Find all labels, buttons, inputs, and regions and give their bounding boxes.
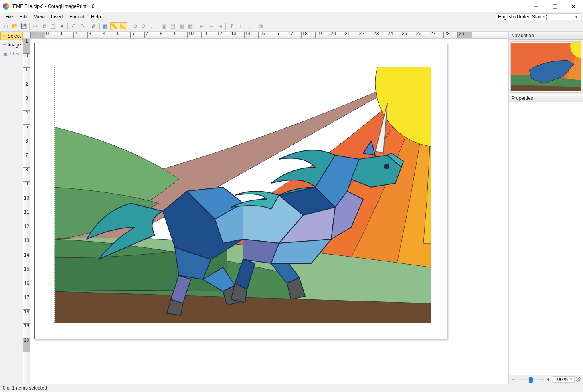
artwork-selection[interactable] <box>54 67 431 323</box>
vruler-tick: 7 <box>23 153 30 167</box>
vruler-tick: 18 <box>23 309 30 324</box>
align-left-button[interactable]: ⇤ <box>198 22 206 30</box>
toolbar: □📂💾✂⧉📋✕↶↷🖶▦📏📐⟲⟳⟀▣▤▥▦⇤↔⇥⤒↕⤓⧉ <box>0 21 583 32</box>
chevron-down-icon: ▼ <box>575 15 578 19</box>
properties-panel-body <box>509 102 583 375</box>
vruler-tick: 13 <box>23 238 30 253</box>
titlebar: [EMF File.cipx] - Coragi ImagePrint 1.0 <box>0 0 583 12</box>
print-button[interactable]: 🖶 <box>90 22 98 30</box>
zoom-out-button[interactable]: − <box>510 377 516 382</box>
rotate-right-button[interactable]: ⟳ <box>140 22 148 30</box>
align-center-button[interactable]: ↔ <box>207 22 215 30</box>
menu-insert[interactable]: Insert <box>48 13 66 20</box>
workspace-body: 101234567891011121314151617181920 <box>23 39 508 384</box>
save-button[interactable]: 💾 <box>20 22 28 30</box>
vruler-tick: 19 <box>23 323 30 338</box>
content-area: ↖Select▭Image▦Tiles 10123456789101112131… <box>0 32 583 384</box>
tiles-tool-label: Tiles <box>9 51 19 57</box>
hruler-tick: 0 <box>45 32 59 38</box>
menu-help[interactable]: Help <box>88 13 104 20</box>
workspace: 1012345678910111213141516171819202122232… <box>23 32 508 384</box>
delete-icon: ✕ <box>60 23 64 29</box>
rotate-left-button[interactable]: ⟲ <box>131 22 139 30</box>
hruler-tick: 20 <box>330 32 344 38</box>
bring-forward-button[interactable]: ▤ <box>169 22 177 30</box>
copy-button[interactable]: ⧉ <box>40 22 48 30</box>
paste-icon: 📋 <box>50 23 56 29</box>
print-icon: 🖶 <box>91 23 97 29</box>
align-center-icon: ↔ <box>209 23 214 29</box>
resize-grip[interactable] <box>576 377 581 382</box>
hruler-tick: 29 <box>457 32 472 38</box>
vruler-tick: 16 <box>23 281 30 295</box>
zoom-slider[interactable] <box>518 379 544 380</box>
align-top-button[interactable]: ⤒ <box>227 22 235 30</box>
close-button[interactable] <box>564 0 583 12</box>
link-icon: ⧉ <box>259 23 263 30</box>
toolbar-separator <box>225 23 226 30</box>
navigation-thumbnail[interactable] <box>510 41 581 93</box>
vruler-tick: 1 <box>23 39 30 53</box>
hruler-tick: 7 <box>144 32 159 38</box>
horizontal-ruler[interactable]: 1012345678910111213141516171819202122232… <box>30 32 508 39</box>
ruler-h-icon: 📏 <box>111 23 117 29</box>
paste-button[interactable]: 📋 <box>49 22 57 30</box>
select-tool-label: Select <box>8 33 21 39</box>
align-bottom-button[interactable]: ⤓ <box>245 22 253 30</box>
grid-icon: ▦ <box>103 23 108 29</box>
hruler-tick: 10 <box>187 32 202 38</box>
ruler-h-button[interactable]: 📏 <box>110 22 118 30</box>
undo-icon: ↶ <box>71 23 76 29</box>
redo-button[interactable]: ↷ <box>78 22 86 30</box>
minimize-icon <box>533 3 540 10</box>
bring-front-button[interactable]: ▣ <box>160 22 168 30</box>
menu-view[interactable]: View <box>31 13 48 20</box>
toolbar-separator <box>158 23 158 30</box>
hruler-tick: 27 <box>429 32 443 38</box>
hruler-tick: 28 <box>443 32 458 38</box>
align-middle-button[interactable]: ↕ <box>236 22 244 30</box>
align-right-button[interactable]: ⇥ <box>216 22 224 30</box>
ruler-v-button[interactable]: 📐 <box>119 22 127 30</box>
open-button[interactable]: 📂 <box>11 22 19 30</box>
zoom-value[interactable]: 100 % ▼ <box>553 376 575 383</box>
hruler-tick: 9 <box>173 32 187 38</box>
new-button[interactable]: □ <box>2 22 10 30</box>
tool-sidebar: ↖Select▭Image▦Tiles <box>0 32 23 384</box>
hruler-tick: 2 <box>73 32 88 38</box>
tiles-tool-icon: ▦ <box>2 51 7 56</box>
open-icon: 📂 <box>12 23 18 29</box>
align-top-icon: ⤒ <box>229 23 234 29</box>
toolbar-separator <box>88 23 88 30</box>
delete-button[interactable]: ✕ <box>58 22 66 30</box>
menu-format[interactable]: Format <box>66 13 88 20</box>
menu-file[interactable]: File <box>2 13 16 20</box>
hruler-tick: 15 <box>258 32 273 38</box>
select-tool[interactable]: ↖Select <box>0 32 23 40</box>
zoom-in-button[interactable]: + <box>545 377 551 382</box>
hruler-tick: 22 <box>358 32 372 38</box>
minimize-button[interactable] <box>527 0 546 12</box>
undo-button[interactable]: ↶ <box>69 22 77 30</box>
tiles-tool[interactable]: ▦Tiles <box>0 49 23 58</box>
canvas-area[interactable] <box>30 39 508 384</box>
vertical-ruler[interactable]: 101234567891011121314151617181920 <box>23 39 30 384</box>
vruler-tick: 9 <box>23 181 30 196</box>
image-tool[interactable]: ▭Image <box>0 40 23 49</box>
page[interactable] <box>34 43 447 339</box>
vruler-tick: 0 <box>23 53 30 68</box>
status-text: 0 of 1 items selected <box>3 385 47 391</box>
language-selector[interactable]: English (United States) ▼ <box>496 13 580 20</box>
menu-edit[interactable]: Edit <box>16 13 31 20</box>
zoom-slider-thumb[interactable] <box>529 377 533 383</box>
link-button[interactable]: ⧉ <box>257 22 265 30</box>
send-back-button[interactable]: ▦ <box>186 22 194 30</box>
maximize-button[interactable] <box>546 0 564 12</box>
send-back-icon: ▦ <box>188 23 193 29</box>
send-backward-button[interactable]: ▥ <box>178 22 186 30</box>
image-tool-label: Image <box>8 42 21 48</box>
grid-button[interactable]: ▦ <box>101 22 109 30</box>
cut-button[interactable]: ✂ <box>31 22 39 30</box>
crop-button[interactable]: ⟀ <box>148 22 156 30</box>
vruler-tick: 4 <box>23 110 30 125</box>
